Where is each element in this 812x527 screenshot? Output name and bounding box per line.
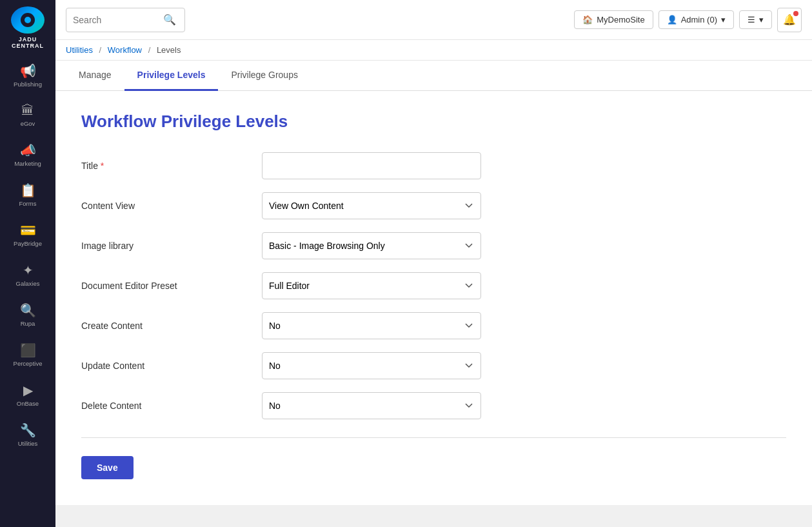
- breadcrumb-utilities[interactable]: Utilities: [66, 45, 93, 55]
- image-library-row: Image library Basic - Image Browsing Onl…: [81, 232, 786, 259]
- brand-text: JADUCENTRAL: [12, 36, 44, 49]
- paybridge-icon: 💳: [20, 223, 36, 238]
- content-view-select[interactable]: View Own Content View All Content No Acc…: [262, 192, 481, 219]
- sidebar-item-label: OnBase: [17, 400, 39, 407]
- breadcrumb-sep: /: [148, 45, 151, 55]
- delete-content-row: Delete Content No Yes: [81, 392, 786, 419]
- forms-icon: 📋: [20, 183, 36, 198]
- sidebar-logo: JADUCENTRAL: [0, 0, 55, 55]
- view-toggle-button[interactable]: ☰ ▾: [739, 10, 772, 29]
- form-card: Workflow Privilege Levels Title * Conten…: [55, 91, 812, 505]
- sidebar-item-publishing[interactable]: 📢 Publishing: [0, 55, 55, 95]
- perceptive-icon: ⬛: [20, 343, 36, 358]
- tab-manage[interactable]: Manage: [66, 61, 124, 91]
- create-content-label: Create Content: [81, 321, 262, 331]
- site-selector-button[interactable]: 🏠 MyDemoSite: [574, 10, 653, 29]
- sidebar-item-egov[interactable]: 🏛 eGov: [0, 95, 55, 135]
- sidebar-item-forms[interactable]: 📋 Forms: [0, 175, 55, 215]
- main-container: 🔍 🏠 MyDemoSite 👤 Admin (0) ▾ ☰ ▾ 🔔 Uti: [55, 0, 812, 527]
- delete-content-label: Delete Content: [81, 401, 262, 411]
- search-icon[interactable]: 🔍: [163, 14, 176, 26]
- sidebar-item-label: eGov: [21, 120, 35, 127]
- admin-button[interactable]: 👤 Admin (0) ▾: [659, 10, 734, 29]
- sidebar-item-label: Perceptive: [14, 360, 43, 367]
- chevron-down-icon: ▾: [759, 15, 764, 25]
- topbar-right: 🏠 MyDemoSite 👤 Admin (0) ▾ ☰ ▾ 🔔: [574, 8, 802, 32]
- doc-editor-label: Document Editor Preset: [81, 281, 262, 291]
- page-content: Workflow Privilege Levels Title * Conten…: [55, 91, 812, 527]
- tab-privilege-levels[interactable]: Privilege Levels: [124, 61, 219, 91]
- chevron-down-icon: ▾: [721, 15, 726, 25]
- notification-badge: [793, 11, 798, 16]
- create-content-row: Create Content No Yes: [81, 312, 786, 339]
- sidebar-item-onbase[interactable]: ▶ OnBase: [0, 375, 55, 415]
- topbar: 🔍 🏠 MyDemoSite 👤 Admin (0) ▾ ☰ ▾ 🔔: [55, 0, 812, 40]
- content-view-label: Content View: [81, 201, 262, 211]
- site-icon: 🏠: [582, 15, 593, 25]
- breadcrumb: Utilities / Workflow / Levels: [55, 40, 812, 61]
- notification-button[interactable]: 🔔: [777, 8, 802, 32]
- required-marker: *: [101, 161, 104, 171]
- view-icon: ☰: [748, 15, 755, 25]
- onbase-icon: ▶: [23, 383, 33, 398]
- sidebar-item-label: Marketing: [14, 160, 41, 167]
- breadcrumb-sep: /: [99, 45, 102, 55]
- sidebar-item-paybridge[interactable]: 💳 PayBridge: [0, 215, 55, 255]
- sidebar-item-rupa[interactable]: 🔍 Rupa: [0, 295, 55, 335]
- image-library-label: Image library: [81, 241, 262, 251]
- search-box[interactable]: 🔍: [66, 8, 185, 32]
- egov-icon: 🏛: [21, 103, 34, 118]
- sidebar-item-label: Forms: [19, 200, 37, 207]
- update-content-select[interactable]: No Yes: [262, 352, 481, 379]
- doc-editor-select[interactable]: Full Editor Basic Editor No Access: [262, 272, 481, 299]
- save-button[interactable]: Save: [81, 456, 134, 479]
- marketing-icon: 📣: [20, 143, 36, 158]
- sidebar-item-galaxies[interactable]: ✦ Galaxies: [0, 255, 55, 295]
- sidebar-item-label: PayBridge: [14, 240, 42, 247]
- site-label: MyDemoSite: [597, 15, 644, 25]
- sidebar-item-label: Publishing: [14, 81, 42, 88]
- delete-content-select[interactable]: No Yes: [262, 392, 481, 419]
- title-row: Title *: [81, 152, 786, 179]
- utilities-icon: 🔧: [20, 423, 36, 438]
- breadcrumb-current: Levels: [157, 45, 181, 55]
- admin-label: Admin (0): [681, 15, 717, 25]
- create-content-select[interactable]: No Yes: [262, 312, 481, 339]
- doc-editor-row: Document Editor Preset Full Editor Basic…: [81, 272, 786, 299]
- title-label: Title *: [81, 161, 262, 171]
- title-input[interactable]: [262, 152, 481, 179]
- rupa-icon: 🔍: [20, 303, 36, 318]
- admin-icon: 👤: [667, 15, 677, 25]
- logo-circle: [11, 6, 45, 34]
- tab-nav: Manage Privilege Levels Privilege Groups: [55, 61, 812, 91]
- sidebar-item-label: Galaxies: [16, 280, 40, 287]
- update-content-label: Update Content: [81, 361, 262, 371]
- update-content-row: Update Content No Yes: [81, 352, 786, 379]
- publishing-icon: 📢: [20, 63, 36, 79]
- sidebar: JADUCENTRAL 📢 Publishing 🏛 eGov 📣 Market…: [0, 0, 55, 527]
- sidebar-item-label: Rupa: [21, 320, 35, 327]
- sidebar-item-perceptive[interactable]: ⬛ Perceptive: [0, 335, 55, 375]
- sidebar-item-utilities[interactable]: 🔧 Utilities: [0, 415, 55, 455]
- sidebar-item-marketing[interactable]: 📣 Marketing: [0, 135, 55, 175]
- tab-privilege-groups[interactable]: Privilege Groups: [218, 61, 311, 91]
- search-input[interactable]: [73, 15, 163, 25]
- form-divider: [81, 437, 786, 438]
- page-title: Workflow Privilege Levels: [81, 112, 786, 132]
- galaxies-icon: ✦: [23, 263, 34, 278]
- sidebar-item-label: Utilities: [18, 440, 38, 447]
- breadcrumb-workflow[interactable]: Workflow: [108, 45, 142, 55]
- image-library-select[interactable]: Basic - Image Browsing Only Full Access …: [262, 232, 481, 259]
- content-view-row: Content View View Own Content View All C…: [81, 192, 786, 219]
